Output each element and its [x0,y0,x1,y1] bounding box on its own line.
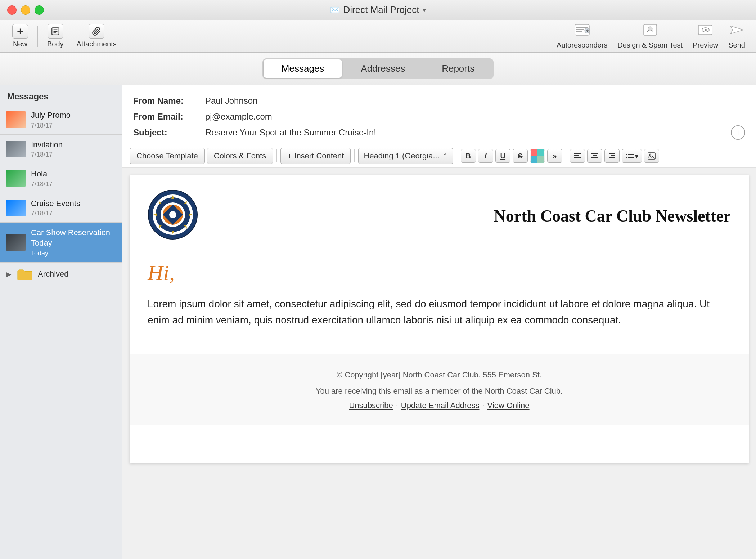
autoresponders-icon [574,23,590,40]
email-header-section: North Coast Car Club Newsletter [130,175,749,253]
email-body: North Coast Car Club Newsletter Hi, Lore… [130,175,749,463]
new-icon [12,24,28,39]
email-body-wrapper[interactable]: North Coast Car Club Newsletter Hi, Lore… [122,168,756,559]
archived-row[interactable]: ▶ Archived [0,263,122,286]
msg-thumb-cruise [6,200,26,216]
fmt-sep-2 [354,149,355,162]
title-dropdown-icon[interactable]: ▾ [423,6,426,14]
tab-addresses[interactable]: Addresses [343,59,423,78]
close-button[interactable] [7,5,17,15]
tabs-bar: Messages Addresses Reports [0,53,756,85]
minimize-button[interactable] [21,5,30,15]
traffic-lights [7,5,44,15]
color-grid-button[interactable] [530,149,545,163]
send-icon [729,23,745,40]
choose-template-button[interactable]: Choose Template [130,148,205,164]
from-name-value: Paul Johnson [205,96,257,106]
msg-title-car: Car Show Reservation Today [31,228,116,248]
colors-fonts-button[interactable]: Colors & Fonts [207,148,273,164]
message-item-july-promo[interactable]: July Promo 7/18/17 [0,105,122,135]
footer-dot-1: · [396,401,398,410]
svg-point-18 [626,157,627,158]
svg-point-36 [169,211,176,218]
logo-container [148,189,198,242]
message-item-cruise[interactable]: Cruise Events 7/18/17 [0,193,122,223]
msg-thumb-hola [6,170,26,187]
msg-title-invite: Invitation [31,140,116,150]
msg-date-hola: 7/18/17 [31,180,116,188]
fmt-sep-1 [276,149,277,162]
bold-button[interactable]: B [461,149,476,163]
view-online-link[interactable]: View Online [487,401,530,410]
body-button[interactable]: Body [42,22,69,50]
heading-dropdown[interactable]: Heading 1 (Georgia... [358,148,453,164]
club-logo [148,189,198,240]
archived-arrow-icon: ▶ [6,270,11,278]
email-main-content: Hi, Lorem ipsum dolor sit amet, consecte… [130,253,749,354]
msg-date-cruise: 7/18/17 [31,210,116,217]
msg-date-july: 7/18/17 [31,122,116,129]
footer-dot-2: · [482,401,484,410]
fmt-sep-3 [457,149,457,162]
attachments-icon [89,24,104,39]
strikethrough-button[interactable]: S [513,149,528,163]
autoresponders-button[interactable]: Autoresponders [553,21,611,52]
fmt-sep-4 [566,149,566,162]
main-toolbar: New Body Attachments Autoresp [0,20,756,53]
image-button[interactable] [644,149,659,163]
footer-links: Unsubscribe · Update Email Address · Vie… [144,401,734,410]
subject-label: Subject: [133,128,205,138]
tab-group: Messages Addresses Reports [262,58,494,79]
list-dropdown-button[interactable]: ▾ [622,149,642,163]
msg-title-hola: Hola [31,169,116,179]
unsubscribe-link[interactable]: Unsubscribe [349,401,393,410]
message-item-hola[interactable]: Hola 7/18/17 [0,164,122,193]
msg-thumb-car [6,234,26,251]
attachments-button[interactable]: Attachments [72,22,122,50]
align-left-button[interactable] [570,149,585,163]
sidebar: Messages July Promo 7/18/17 Invitation 7… [0,85,122,559]
from-name-label: From Name: [133,96,205,106]
format-toolbar: Choose Template Colors & Fonts + Insert … [122,144,756,168]
from-email-label: From Email: [133,112,205,122]
more-button[interactable]: » [547,149,562,163]
send-button[interactable]: Send [725,21,749,52]
subject-row: Subject: Reserve Your Spot at the Summer… [133,125,745,140]
email-header-fields: From Name: Paul Johnson From Email: pj@e… [122,85,756,144]
msg-title-cruise: Cruise Events [31,198,116,209]
msg-info-car: Car Show Reservation Today Today [31,228,116,257]
msg-thumb-july [6,111,26,128]
tab-reports[interactable]: Reports [424,59,492,78]
main-layout: Messages July Promo 7/18/17 Invitation 7… [0,85,756,559]
new-button[interactable]: New [7,22,33,50]
preview-button[interactable]: Preview [689,21,722,52]
italic-button[interactable]: I [478,149,493,163]
archived-label: Archived [38,269,69,279]
insert-content-button[interactable]: + Insert Content [280,148,351,164]
from-email-row: From Email: pj@example.com [133,109,745,125]
align-center-button[interactable] [587,149,602,163]
add-subject-button[interactable]: + [731,125,745,140]
msg-date-car: Today [31,250,116,257]
underline-button[interactable]: U [495,149,510,163]
newsletter-title: North Coast Car Club Newsletter [494,206,731,225]
toolbar-sep-1 [37,26,38,47]
footer-member-text: You are receiving this email as a member… [144,385,734,397]
preview-icon [698,23,714,40]
from-email-value: pj@example.com [205,112,272,122]
design-spam-button[interactable]: Design & Spam Test [614,21,686,52]
design-spam-icon [642,23,658,40]
email-footer: © Copyright [year] North Coast Car Club.… [130,354,749,425]
tab-messages[interactable]: Messages [264,59,342,78]
update-email-link[interactable]: Update Email Address [401,401,480,410]
maximize-button[interactable] [35,5,44,15]
svg-point-7 [705,29,707,31]
hi-text: Hi, [148,260,731,285]
align-right-button[interactable] [604,149,620,163]
message-item-invitation[interactable]: Invitation 7/18/17 [0,135,122,164]
folder-icon [17,268,33,281]
msg-info-cruise: Cruise Events 7/18/17 [31,198,116,218]
body-text: Lorem ipsum dolor sit amet, consectetur … [148,296,731,328]
message-item-car-show[interactable]: Car Show Reservation Today Today [0,223,122,262]
content-area: From Name: Paul Johnson From Email: pj@e… [122,85,756,559]
